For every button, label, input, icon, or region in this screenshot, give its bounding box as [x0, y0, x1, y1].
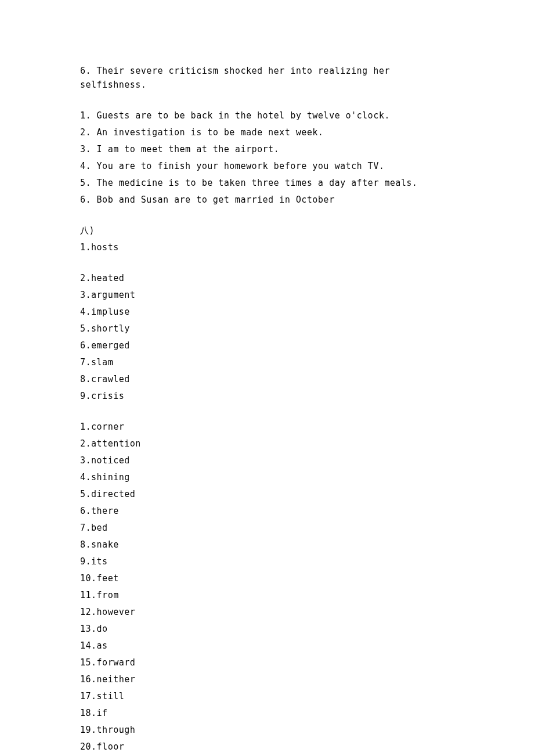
list-item: 12.however [80, 605, 454, 619]
list-item: 11.from [80, 588, 454, 602]
block5: 1.corner 2.attention 3.noticed 4.shining… [80, 420, 454, 756]
list-item: 1.corner [80, 420, 454, 434]
list-item: 14.as [80, 639, 454, 653]
block3: 1.hosts [80, 240, 454, 254]
block4: 2.heated 3.argument 4.impluse 5.shortly … [80, 271, 454, 403]
list-item: 10.feet [80, 571, 454, 585]
list-item: 9.crisis [80, 389, 454, 403]
list-item: 15.forward [80, 656, 454, 669]
list-item: 18.if [80, 706, 454, 720]
list-item: 6. Their severe criticism shocked her in… [80, 64, 454, 92]
list-item: 7.bed [80, 521, 454, 535]
list-item: 4.shining [80, 470, 454, 484]
list-item: 19.through [80, 723, 454, 737]
list-item: 5. The medicine is to be taken three tim… [80, 176, 454, 190]
list-item: 7.slam [80, 355, 454, 369]
list-item: 6.there [80, 504, 454, 518]
list-item: 3. I am to meet them at the airport. [80, 142, 454, 156]
list-item: 2.attention [80, 437, 454, 451]
list-item: 2.heated [80, 271, 454, 285]
list-item: 8.crawled [80, 372, 454, 386]
list-item: 5.shortly [80, 322, 454, 336]
list-item: 13.do [80, 622, 454, 636]
spacer [80, 95, 454, 109]
list-item: 16.neither [80, 672, 454, 686]
list-item: 1. Guests are to be back in the hotel by… [80, 109, 454, 123]
list-item: 6.emerged [80, 339, 454, 352]
list-item: 4. You are to finish your homework befor… [80, 159, 454, 173]
list-item: 20.floor [80, 740, 454, 754]
list-item: 17.still [80, 689, 454, 703]
list-item: 4.impluse [80, 305, 454, 319]
list-item: 8.snake [80, 538, 454, 552]
list-item: 6. Bob and Susan are to get married in O… [80, 193, 454, 207]
spacer [80, 210, 454, 224]
spacer [80, 406, 454, 420]
list-item: 3.noticed [80, 453, 454, 467]
list-item: 3.argument [80, 288, 454, 302]
block2: 1. Guests are to be back in the hotel by… [80, 109, 454, 207]
section-header: 八) [80, 224, 454, 237]
list-item: 5.directed [80, 487, 454, 501]
list-item: 2. An investigation is to be made next w… [80, 125, 454, 139]
list-item: 9.its [80, 555, 454, 568]
list-item: 1.hosts [80, 240, 454, 254]
block1: 6. Their severe criticism shocked her in… [80, 64, 454, 92]
spacer [80, 257, 454, 271]
